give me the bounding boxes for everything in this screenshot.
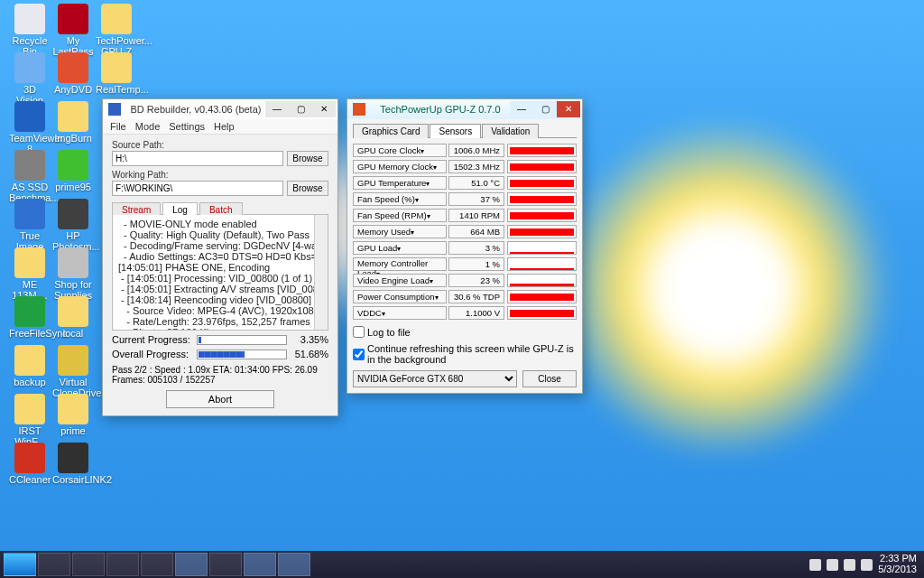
desktop-icon[interactable]: prime — [52, 394, 94, 437]
sensor-value-button[interactable]: 1 % — [448, 257, 504, 271]
icon-image — [101, 52, 132, 83]
maximize-button[interactable]: ▢ — [533, 101, 557, 117]
bd-title: BD Rebuilder, v0.43.06 (beta) — [126, 104, 265, 115]
taskbar-app-4[interactable] — [175, 553, 208, 576]
sensor-name-button[interactable]: GPU Core Clock▾ — [353, 144, 447, 157]
taskbar-app-5[interactable] — [209, 553, 242, 576]
taskbar-gpuz[interactable] — [278, 553, 310, 576]
desktop-icon[interactable]: TeamViewer 8 — [9, 101, 51, 154]
sensor-name-button[interactable]: Fan Speed (RPM)▾ — [353, 209, 447, 222]
tab-stream[interactable]: Stream — [112, 202, 161, 215]
sensor-value-button[interactable]: 23 % — [448, 274, 504, 287]
desktop-icon[interactable]: TechPower... GPU-Z — [96, 4, 137, 57]
taskbar-app-2[interactable] — [106, 553, 139, 576]
desktop-icon[interactable]: IRST WinF... — [9, 394, 51, 447]
source-browse-button[interactable]: Browse — [287, 151, 328, 166]
icon-label: prime — [52, 426, 94, 437]
tab-log[interactable]: Log — [162, 202, 198, 215]
taskbar-app-3[interactable] — [141, 553, 173, 576]
overall-progress-pct: 51.68% — [292, 349, 328, 359]
working-browse-button[interactable]: Browse — [287, 181, 328, 196]
menu-help[interactable]: Help — [214, 121, 235, 132]
desktop-icon[interactable]: ME 113M ... — [9, 247, 51, 301]
log-to-file-checkbox[interactable] — [353, 326, 365, 338]
overall-progress-bar — [197, 350, 287, 359]
menu-settings[interactable]: Settings — [169, 121, 205, 132]
sensor-value-button[interactable]: 664 MB — [448, 225, 504, 238]
maximize-button[interactable]: ▢ — [289, 101, 312, 117]
status-line: Pass 2/2 : Speed : 1.09x ETA: 01:34:00 F… — [112, 365, 328, 385]
sensor-name-button[interactable]: Power Consumption▾ — [353, 290, 447, 303]
desktop-icon[interactable]: CCleaner — [9, 443, 51, 486]
desktop-icon[interactable]: HP Photosm... — [52, 199, 94, 252]
sensor-graph — [507, 290, 577, 303]
desktop-icon[interactable]: Recycle Bin — [9, 4, 51, 57]
sensor-value-button[interactable]: 3 % — [448, 241, 504, 255]
tray-icon[interactable] — [809, 559, 821, 571]
start-ie-button[interactable] — [4, 553, 36, 576]
current-progress-pct: 3.35% — [292, 334, 328, 345]
sensor-name-button[interactable]: Fan Speed (%)▾ — [353, 192, 447, 206]
desktop-icon[interactable]: Virtual CloneDrive — [52, 345, 94, 398]
sensor-value-button[interactable]: 37 % — [448, 192, 504, 206]
gz-titlebar[interactable]: TechPowerUp GPU-Z 0.7.0 ― ▢ ✕ — [347, 99, 582, 119]
dropdown-icon: ▾ — [382, 310, 385, 318]
taskbar-explorer[interactable] — [38, 553, 70, 576]
minimize-button[interactable]: ― — [265, 101, 289, 117]
sensor-name-button[interactable]: VDDC▾ — [353, 306, 447, 320]
sensor-graph — [507, 176, 577, 190]
taskbar-app-1[interactable] — [72, 553, 105, 576]
dropdown-icon: ▾ — [420, 147, 424, 155]
working-path-input[interactable] — [112, 181, 283, 196]
desktop-icon[interactable]: CorsairLINK2 — [52, 443, 94, 486]
source-path-input[interactable] — [112, 151, 283, 166]
desktop-icon[interactable]: backup — [9, 345, 51, 388]
tab-graphics-card[interactable]: Graphics Card — [353, 124, 429, 138]
source-path-label: Source Path: — [112, 140, 328, 150]
close-button[interactable]: ✕ — [312, 101, 336, 117]
tray-flag-icon[interactable] — [827, 559, 838, 571]
sensor-graph — [507, 192, 577, 206]
dropdown-icon: ▾ — [427, 212, 430, 220]
close-button[interactable]: ✕ — [557, 101, 580, 117]
sensor-name-button[interactable]: GPU Temperature▾ — [353, 176, 447, 190]
sensor-value-button[interactable]: 1006.0 MHz — [448, 144, 504, 157]
sensor-value-button[interactable]: 30.6 % TDP — [448, 290, 504, 303]
sensor-name-button[interactable]: Video Engine Load▾ — [353, 274, 447, 287]
desktop-icon[interactable]: local — [52, 296, 94, 340]
tab-sensors[interactable]: Sensors — [430, 124, 481, 138]
sensor-name-button[interactable]: GPU Load▾ — [353, 241, 447, 255]
desktop-icon[interactable]: RealTemp... — [96, 52, 137, 96]
tray-clock[interactable]: 2:33 PM5/3/2013 — [878, 554, 917, 574]
sensor-name-button[interactable]: GPU Memory Clock▾ — [353, 160, 447, 173]
abort-button[interactable]: Abort — [166, 390, 274, 408]
tab-batch[interactable]: Batch — [199, 202, 243, 215]
sensor-value-button[interactable]: 51.0 °C — [448, 176, 504, 190]
sensor-name-button[interactable]: Memory Controller Load▾ — [353, 257, 447, 271]
sensor-value-button[interactable]: 1.1000 V — [448, 306, 504, 320]
tray-network-icon[interactable] — [844, 559, 855, 571]
taskbar-bdrebuilder[interactable] — [244, 553, 276, 576]
tab-validation[interactable]: Validation — [482, 124, 539, 138]
menu-mode[interactable]: Mode — [135, 121, 161, 132]
bd-app-icon — [108, 103, 121, 116]
gpu-select[interactable]: NVIDIA GeForce GTX 680 — [353, 370, 517, 387]
icon-label: AnyDVD — [52, 85, 94, 96]
desktop-icon[interactable]: FreeFileSync — [9, 296, 51, 340]
sensor-value-button[interactable]: 1410 RPM — [448, 209, 504, 222]
desktop-icon[interactable]: AnyDVD — [52, 52, 94, 96]
desktop-icon[interactable]: ImgBurn — [52, 101, 94, 144]
desktop-icon[interactable]: AS SSD Benchma... — [9, 150, 51, 203]
dropdown-icon: ▾ — [426, 180, 430, 188]
sensor-value-button[interactable]: 1502.3 MHz — [448, 160, 504, 173]
icon-image — [58, 52, 88, 83]
continue-refresh-checkbox[interactable] — [353, 349, 365, 360]
minimize-button[interactable]: ― — [510, 101, 533, 117]
menu-file[interactable]: File — [110, 121, 126, 132]
sensor-name-button[interactable]: Memory Used▾ — [353, 225, 447, 238]
desktop-icon[interactable]: prime95 — [52, 150, 94, 193]
log-scrollbar[interactable] — [314, 215, 328, 330]
bd-titlebar[interactable]: BD Rebuilder, v0.43.06 (beta) ― ▢ ✕ — [103, 99, 337, 119]
gz-close-button[interactable]: Close — [522, 370, 577, 387]
tray-volume-icon[interactable] — [861, 559, 873, 571]
